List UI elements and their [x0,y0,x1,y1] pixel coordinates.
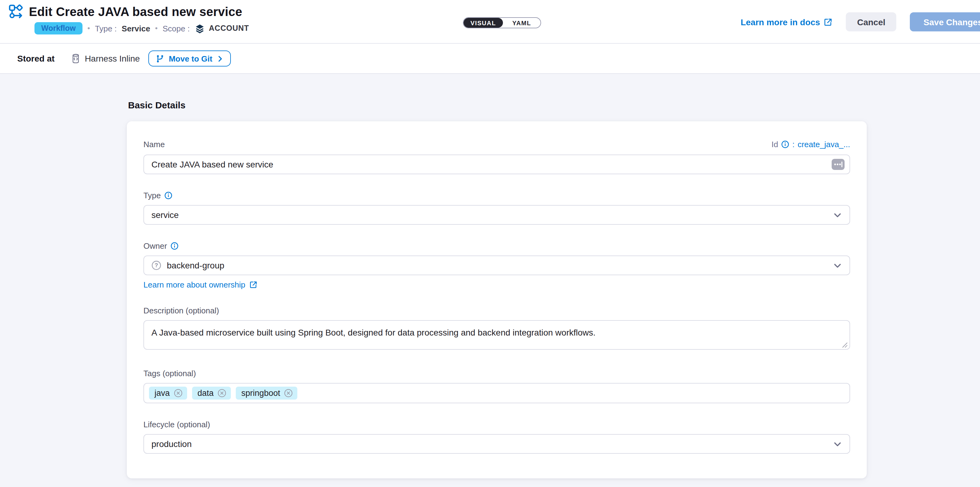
description-label: Description (optional) [143,306,219,315]
section-title: Basic Details [0,74,980,110]
tag-chip-label: data [197,388,214,398]
visual-yaml-toggle: VISUAL YAML [463,17,541,28]
meta-separator: • [88,24,90,33]
tag-chip: java [149,387,187,399]
workflow-badge: Workflow [35,22,83,35]
tag-chip-label: springboot [241,388,280,398]
id-label: Id [772,140,778,149]
chevron-right-icon [217,55,223,62]
info-icon[interactable] [171,242,179,250]
scope-meta-value: ACCOUNT [209,24,249,33]
inline-storage-icon [70,53,80,64]
move-to-git-label: Move to Git [169,54,212,63]
page: Edit Create JAVA based new service Workf… [0,0,980,487]
remove-tag-icon[interactable] [217,388,226,398]
cancel-button[interactable]: Cancel [846,12,897,32]
owner-label: Owner [143,241,167,251]
lifecycle-select[interactable]: production [143,434,850,454]
layers-icon [194,23,205,33]
owner-select[interactable]: ? backend-group [143,256,850,275]
resize-handle-icon[interactable] [842,342,848,348]
chevron-down-icon [833,261,842,270]
svg-text:?: ? [155,262,158,269]
edit-id-icon[interactable] [832,159,845,170]
remove-tag-icon[interactable] [173,388,183,398]
type-meta-label: Type : [95,24,117,33]
tag-chip: data [192,387,231,399]
git-branch-icon [156,54,164,63]
chevron-down-icon [833,210,842,220]
external-link-icon [249,281,257,289]
name-input[interactable] [143,154,850,174]
info-icon[interactable] [781,140,789,148]
type-label: Type [143,191,161,200]
type-select-value: service [151,210,179,220]
basic-details-card: Name Id : create_java_... [127,121,867,478]
type-meta-value: Service [122,24,150,33]
ownership-link[interactable]: Learn more about ownership [143,280,850,290]
id-separator: : [792,140,794,149]
ownership-link-label: Learn more about ownership [143,280,245,290]
lifecycle-select-value: production [151,439,192,449]
page-title: Edit Create JAVA based new service [29,5,242,19]
storage-bar: Stored at Harness Inline [0,44,980,74]
owner-select-value: backend-group [167,261,224,270]
save-changes-button[interactable]: Save Changes [910,12,980,32]
tags-label: Tags (optional) [143,369,196,378]
chevron-down-icon [833,439,842,449]
info-icon[interactable] [164,191,172,199]
content-area: Basic Details Name Id : create_java_... [0,74,980,487]
tab-visual[interactable]: VISUAL [463,18,503,28]
name-label: Name [143,140,165,149]
meta-separator: • [155,24,158,33]
type-select[interactable]: service [143,205,850,225]
external-link-icon [824,18,832,26]
workflow-icon [9,4,24,20]
tag-chip-label: java [154,388,170,398]
learn-more-docs-link[interactable]: Learn more in docs [741,17,832,27]
id-value[interactable]: create_java_... [797,140,850,149]
stored-at-label: Stored at [17,54,54,64]
tag-chip: springboot [236,387,298,399]
move-to-git-button[interactable]: Move to Git [148,51,231,67]
question-circle-icon: ? [151,261,161,270]
lifecycle-label: Lifecycle (optional) [143,420,210,429]
storage-value: Harness Inline [84,54,140,64]
scope-meta-label: Scope : [162,24,189,33]
remove-tag-icon[interactable] [284,388,293,398]
tags-input[interactable]: java data [143,383,850,403]
description-textarea[interactable]: A Java-based microservice built using Sp… [143,320,850,350]
docs-link-label: Learn more in docs [741,17,820,27]
tab-yaml[interactable]: YAML [503,18,541,28]
header: Edit Create JAVA based new service Workf… [0,0,980,44]
